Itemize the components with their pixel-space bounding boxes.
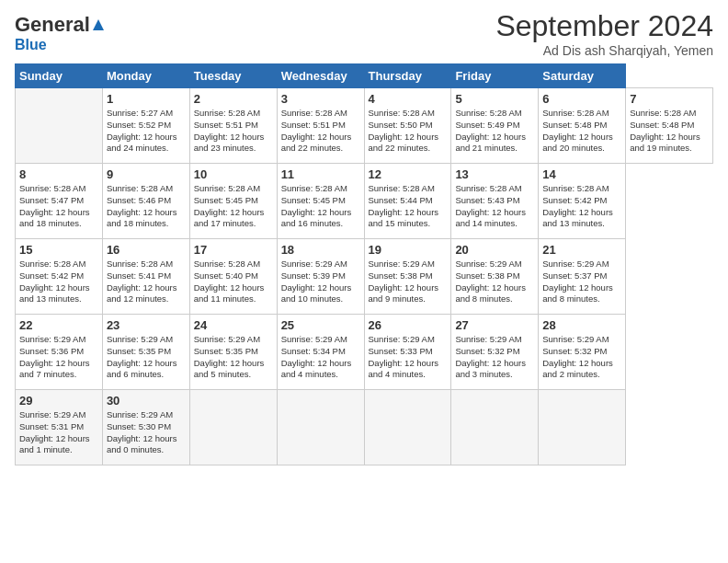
calendar-cell xyxy=(364,390,451,465)
cell-line: Daylight: 12 hours xyxy=(107,433,186,445)
cell-line: Sunset: 5:36 PM xyxy=(19,346,98,358)
cell-line: and 9 minutes. xyxy=(369,293,448,305)
cell-line: Sunset: 5:52 PM xyxy=(107,120,186,132)
cell-line: Sunset: 5:35 PM xyxy=(107,346,186,358)
cell-line: and 6 minutes. xyxy=(107,369,186,381)
cell-text: Sunrise: 5:28 AMSunset: 5:42 PMDaylight:… xyxy=(19,259,98,305)
cell-line: Sunset: 5:51 PM xyxy=(194,120,273,132)
day-number: 14 xyxy=(542,167,621,181)
cell-line: Sunset: 5:46 PM xyxy=(107,195,186,207)
cell-text: Sunrise: 5:29 AMSunset: 5:32 PMDaylight:… xyxy=(455,334,534,381)
calendar-cell: 21Sunrise: 5:29 AMSunset: 5:37 PMDayligh… xyxy=(539,239,626,315)
header: General Blue September 2024 Ad Dis ash S… xyxy=(15,9,713,58)
cell-line: Sunrise: 5:28 AM xyxy=(542,108,621,120)
cell-text: Sunrise: 5:28 AMSunset: 5:51 PMDaylight:… xyxy=(281,108,360,155)
cell-line: and 18 minutes. xyxy=(107,218,186,230)
week-row-3: 15Sunrise: 5:28 AMSunset: 5:42 PMDayligh… xyxy=(16,239,713,315)
cell-line: Sunset: 5:51 PM xyxy=(281,120,360,132)
month-title: September 2024 xyxy=(495,9,713,43)
cell-line: Sunset: 5:35 PM xyxy=(194,346,273,358)
day-number: 6 xyxy=(542,92,621,106)
week-row-5: 29Sunrise: 5:29 AMSunset: 5:31 PMDayligh… xyxy=(16,390,713,465)
cell-line: Daylight: 12 hours xyxy=(455,358,534,370)
cell-text: Sunrise: 5:28 AMSunset: 5:50 PMDaylight:… xyxy=(369,108,448,155)
cell-text: Sunrise: 5:29 AMSunset: 5:38 PMDaylight:… xyxy=(369,259,448,305)
cell-line: and 2 minutes. xyxy=(542,369,621,381)
cell-text: Sunrise: 5:28 AMSunset: 5:44 PMDaylight:… xyxy=(369,183,448,230)
cell-line: Sunrise: 5:28 AM xyxy=(194,259,273,270)
cell-line: and 24 minutes. xyxy=(107,143,186,155)
calendar-cell: 6Sunrise: 5:28 AMSunset: 5:48 PMDaylight… xyxy=(539,88,626,164)
day-number: 29 xyxy=(19,394,98,408)
calendar-cell: 20Sunrise: 5:29 AMSunset: 5:38 PMDayligh… xyxy=(451,239,539,315)
calendar-cell xyxy=(277,390,364,465)
cell-text: Sunrise: 5:28 AMSunset: 5:47 PMDaylight:… xyxy=(19,183,98,230)
calendar-cell: 7Sunrise: 5:28 AMSunset: 5:48 PMDaylight… xyxy=(626,88,713,164)
calendar-cell: 28Sunrise: 5:29 AMSunset: 5:32 PMDayligh… xyxy=(539,315,626,390)
calendar-cell: 15Sunrise: 5:28 AMSunset: 5:42 PMDayligh… xyxy=(16,239,103,315)
cell-line: Sunrise: 5:29 AM xyxy=(19,409,98,421)
cell-line: Sunrise: 5:28 AM xyxy=(107,183,186,195)
cell-text: Sunrise: 5:28 AMSunset: 5:49 PMDaylight:… xyxy=(455,108,534,155)
cell-line: and 8 minutes. xyxy=(455,293,534,305)
cell-line: Sunset: 5:42 PM xyxy=(542,195,621,207)
cell-line: Sunrise: 5:29 AM xyxy=(19,334,98,346)
header-cell-thursday: Thursday xyxy=(364,64,451,88)
header-row: SundayMondayTuesdayWednesdayThursdayFrid… xyxy=(16,64,713,88)
cell-line: Daylight: 12 hours xyxy=(107,282,186,294)
cell-line: and 11 minutes. xyxy=(194,293,273,305)
day-number: 2 xyxy=(194,92,273,106)
day-number: 19 xyxy=(369,243,448,257)
cell-line: Sunset: 5:39 PM xyxy=(281,270,360,282)
cell-line: Sunrise: 5:28 AM xyxy=(194,108,273,120)
week-row-1: 1Sunrise: 5:27 AMSunset: 5:52 PMDaylight… xyxy=(16,88,713,164)
cell-line: Sunrise: 5:29 AM xyxy=(194,334,273,346)
calendar-cell: 26Sunrise: 5:29 AMSunset: 5:33 PMDayligh… xyxy=(364,315,451,390)
cell-line: and 13 minutes. xyxy=(542,218,621,230)
calendar-cell: 24Sunrise: 5:29 AMSunset: 5:35 PMDayligh… xyxy=(189,315,277,390)
cell-line: Sunset: 5:45 PM xyxy=(194,195,273,207)
cell-line: Sunrise: 5:28 AM xyxy=(281,183,360,195)
cell-line: Daylight: 12 hours xyxy=(19,207,98,219)
day-number: 28 xyxy=(542,318,621,332)
cell-line: Daylight: 12 hours xyxy=(630,132,709,144)
cell-line: and 19 minutes. xyxy=(630,143,709,155)
calendar-cell: 5Sunrise: 5:28 AMSunset: 5:49 PMDaylight… xyxy=(451,88,539,164)
cell-line: and 15 minutes. xyxy=(369,218,448,230)
cell-line: Sunset: 5:38 PM xyxy=(455,270,534,282)
cell-text: Sunrise: 5:29 AMSunset: 5:35 PMDaylight:… xyxy=(107,334,186,381)
cell-line: Daylight: 12 hours xyxy=(281,282,360,294)
cell-text: Sunrise: 5:28 AMSunset: 5:46 PMDaylight:… xyxy=(107,183,186,230)
cell-text: Sunrise: 5:29 AMSunset: 5:38 PMDaylight:… xyxy=(455,259,534,305)
cell-line: Sunset: 5:40 PM xyxy=(194,270,273,282)
cell-line: and 4 minutes. xyxy=(369,369,448,381)
cell-text: Sunrise: 5:28 AMSunset: 5:51 PMDaylight:… xyxy=(194,108,273,155)
calendar-cell: 2Sunrise: 5:28 AMSunset: 5:51 PMDaylight… xyxy=(189,88,277,164)
cell-line: and 22 minutes. xyxy=(369,143,448,155)
cell-line: Daylight: 12 hours xyxy=(455,207,534,219)
cell-text: Sunrise: 5:28 AMSunset: 5:41 PMDaylight:… xyxy=(107,259,186,305)
cell-line: Sunrise: 5:28 AM xyxy=(455,108,534,120)
day-number: 12 xyxy=(369,167,448,181)
location-title: Ad Dis ash Sharqiyah, Yemen xyxy=(495,43,713,58)
day-number: 7 xyxy=(630,92,709,106)
header-cell-saturday: Saturday xyxy=(539,64,626,88)
header-cell-sunday: Sunday xyxy=(16,64,103,88)
cell-text: Sunrise: 5:29 AMSunset: 5:31 PMDaylight:… xyxy=(19,409,98,456)
calendar-cell: 1Sunrise: 5:27 AMSunset: 5:52 PMDaylight… xyxy=(102,88,189,164)
cell-line: and 18 minutes. xyxy=(19,218,98,230)
cell-line: Sunrise: 5:28 AM xyxy=(455,183,534,195)
cell-line: Sunset: 5:31 PM xyxy=(19,421,98,433)
cell-line: Sunrise: 5:28 AM xyxy=(19,183,98,195)
cell-line: Sunset: 5:48 PM xyxy=(542,120,621,132)
day-number: 13 xyxy=(455,167,534,181)
cell-line: Sunrise: 5:28 AM xyxy=(369,183,448,195)
cell-line: Daylight: 12 hours xyxy=(369,358,448,370)
cell-line: Sunset: 5:42 PM xyxy=(19,270,98,282)
day-number: 30 xyxy=(107,394,186,408)
cell-line: and 13 minutes. xyxy=(19,293,98,305)
cell-line: Daylight: 12 hours xyxy=(107,358,186,370)
calendar-cell: 4Sunrise: 5:28 AMSunset: 5:50 PMDaylight… xyxy=(364,88,451,164)
day-number: 27 xyxy=(455,318,534,332)
cell-line: Daylight: 12 hours xyxy=(281,207,360,219)
